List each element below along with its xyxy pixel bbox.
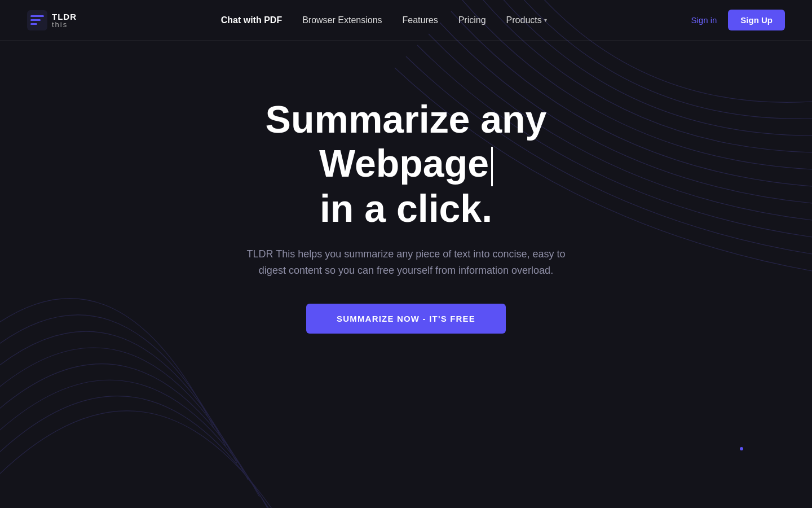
nav-item-chat-pdf[interactable]: Chat with PDF bbox=[221, 15, 282, 25]
hero-subtitle: TLDR This helps you summarize any piece … bbox=[242, 246, 570, 279]
hero-title-line2: in a click. bbox=[320, 187, 492, 230]
hero-title-line1: Summarize any Webpage bbox=[266, 98, 547, 185]
nav-item-browser-extensions[interactable]: Browser Extensions bbox=[302, 15, 382, 25]
svg-rect-1 bbox=[30, 15, 44, 17]
nav-item-products[interactable]: Products ▾ bbox=[506, 15, 547, 25]
decorative-dot bbox=[740, 447, 743, 450]
logo-text: TLDR this bbox=[52, 12, 77, 28]
chevron-down-icon: ▾ bbox=[544, 17, 547, 23]
nav-item-features[interactable]: Features bbox=[403, 15, 438, 25]
svg-rect-2 bbox=[30, 19, 41, 21]
logo[interactable]: TLDR this bbox=[27, 10, 77, 30]
tldr-logo-icon bbox=[27, 10, 47, 30]
sign-up-button[interactable]: Sign Up bbox=[728, 10, 785, 30]
nav-auth: Sign in Sign Up bbox=[691, 10, 785, 30]
logo-this: this bbox=[52, 21, 77, 28]
sign-in-link[interactable]: Sign in bbox=[691, 15, 717, 25]
navbar: TLDR this Chat with PDF Browser Extensio… bbox=[0, 0, 812, 41]
cursor-blink bbox=[491, 147, 493, 186]
logo-tldr: TLDR bbox=[52, 12, 77, 21]
hero-section: Summarize any Webpage in a click. TLDR T… bbox=[0, 41, 812, 334]
nav-links: Chat with PDF Browser Extensions Feature… bbox=[221, 15, 547, 25]
hero-title: Summarize any Webpage in a click. bbox=[180, 97, 632, 230]
svg-rect-3 bbox=[30, 23, 37, 25]
summarize-cta-button[interactable]: SUMMARIZE NOW - IT'S FREE bbox=[306, 304, 506, 334]
nav-item-pricing[interactable]: Pricing bbox=[458, 15, 486, 25]
